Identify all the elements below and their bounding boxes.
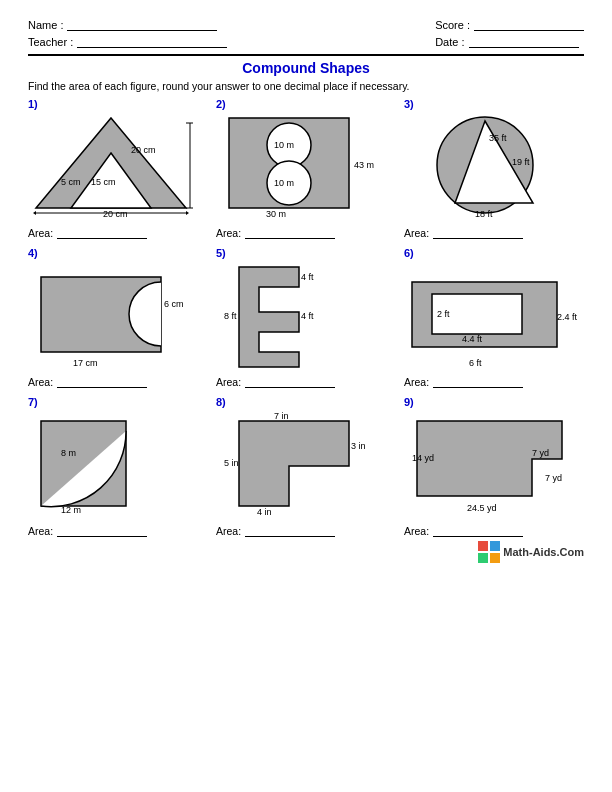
area-line-8: Area: [216,524,335,537]
area-line-4: Area: [28,375,147,388]
problem-1: 1) 20 cm 15 cm 5 cm 20 cm [28,98,208,239]
figure-9: 14 yd 7 yd 7 yd 24.5 yd [404,410,579,520]
svg-text:5 cm: 5 cm [61,177,81,187]
area-label-8: Area: [216,525,241,537]
svg-text:6 cm: 6 cm [164,299,184,309]
svg-text:24.5 yd: 24.5 yd [467,503,497,513]
area-answer-7 [57,524,147,537]
svg-text:20 cm: 20 cm [131,145,156,155]
figure-8: 7 in 5 in 3 in 4 in [216,410,391,520]
svg-text:2.4 ft: 2.4 ft [557,312,577,322]
area-answer-1 [57,226,147,239]
svg-text:6 ft: 6 ft [469,358,482,368]
problems-grid: 1) 20 cm 15 cm 5 cm 20 cm [28,98,584,537]
problem-5: 5) 4 ft 8 ft 4 ft 6 ft Area: [216,247,396,388]
svg-marker-44 [239,421,349,506]
svg-text:7 in: 7 in [274,411,289,421]
svg-text:12 m: 12 m [61,505,81,515]
svg-text:7 yd: 7 yd [545,473,562,483]
name-label: Name : [28,19,63,31]
math-aids-icon [478,541,500,563]
problem-number-3: 3) [404,98,414,110]
area-label-6: Area: [404,376,429,388]
area-answer-4 [57,375,147,388]
area-line-3: Area: [404,226,523,239]
instructions: Find the area of each figure, round your… [28,80,584,92]
svg-rect-57 [490,553,500,563]
date-field [469,35,579,48]
area-answer-6 [433,375,523,388]
area-label-7: Area: [28,525,53,537]
svg-text:10 m: 10 m [274,178,294,188]
figure-7: 8 m 12 m [28,410,203,520]
area-line-2: Area: [216,226,335,239]
svg-text:14 yd: 14 yd [412,453,434,463]
svg-marker-49 [417,421,562,496]
svg-text:43 m: 43 m [354,160,374,170]
teacher-field [77,35,227,48]
area-label-1: Area: [28,227,53,239]
area-answer-5 [245,375,335,388]
svg-text:3 in: 3 in [351,441,366,451]
teacher-label: Teacher : [28,36,73,48]
svg-text:4.4 ft: 4.4 ft [462,334,483,344]
problem-4: 4) 6 cm 17 cm Area: [28,247,208,388]
footer: Math-Aids.Com [28,541,584,563]
page-title: Compound Shapes [28,60,584,76]
problem-number-1: 1) [28,98,38,110]
score-field [474,18,584,31]
area-label-5: Area: [216,376,241,388]
svg-rect-56 [478,553,488,563]
svg-marker-12 [186,211,189,215]
figure-2: 43 m 10 m 10 m 30 m [216,112,391,222]
svg-text:8 ft: 8 ft [224,311,237,321]
svg-marker-30 [239,267,299,367]
divider [28,54,584,56]
problem-3: 3) 35 ft 19 ft 18 ft Area: [404,98,584,239]
area-label-4: Area: [28,376,53,388]
problem-number-6: 6) [404,247,414,259]
problem-2: 2) 43 m 10 m 10 m 30 m Area: [216,98,396,239]
problem-number-4: 4) [28,247,38,259]
problem-9: 9) 14 yd 7 yd 7 yd 24.5 yd Area: [404,396,584,537]
area-answer-8 [245,524,335,537]
problem-number-5: 5) [216,247,226,259]
area-line-6: Area: [404,375,523,388]
svg-text:17 cm: 17 cm [73,358,98,368]
svg-text:10 m: 10 m [274,140,294,150]
problem-6: 6) 2 ft 4.4 ft 2.4 ft 6 ft Area: [404,247,584,388]
svg-text:8 m: 8 m [61,448,76,458]
problem-number-9: 9) [404,396,414,408]
math-aids-text: Math-Aids.Com [503,546,584,558]
problem-number-8: 8) [216,396,226,408]
area-line-7: Area: [28,524,147,537]
figure-5: 4 ft 8 ft 4 ft 6 ft [216,261,391,371]
svg-text:4 ft: 4 ft [301,311,314,321]
area-label-2: Area: [216,227,241,239]
svg-marker-11 [33,211,36,215]
date-label: Date : [435,36,464,48]
svg-text:5 in: 5 in [224,458,239,468]
svg-point-27 [129,282,193,346]
svg-text:2 ft: 2 ft [437,309,450,319]
math-aids-logo: Math-Aids.Com [478,541,584,563]
area-answer-2 [245,226,335,239]
problem-8: 8) 7 in 5 in 3 in 4 in Area: [216,396,396,537]
svg-text:4 ft: 4 ft [301,272,314,282]
area-label-3: Area: [404,227,429,239]
figure-3: 35 ft 19 ft 18 ft [404,112,579,222]
area-answer-3 [433,226,523,239]
problem-7: 7) 8 m 12 m Area: [28,396,208,537]
svg-rect-54 [478,541,488,551]
problem-number-7: 7) [28,396,38,408]
score-label: Score : [435,19,470,31]
svg-text:30 m: 30 m [266,209,286,219]
figure-4: 6 cm 17 cm [28,261,203,371]
area-line-1: Area: [28,226,147,239]
name-field [67,18,217,31]
area-line-5: Area: [216,375,335,388]
area-answer-9 [433,524,523,537]
svg-text:4 in: 4 in [257,507,272,517]
svg-text:15 cm: 15 cm [91,177,116,187]
figure-1: 20 cm 15 cm 5 cm 20 cm [28,112,203,222]
